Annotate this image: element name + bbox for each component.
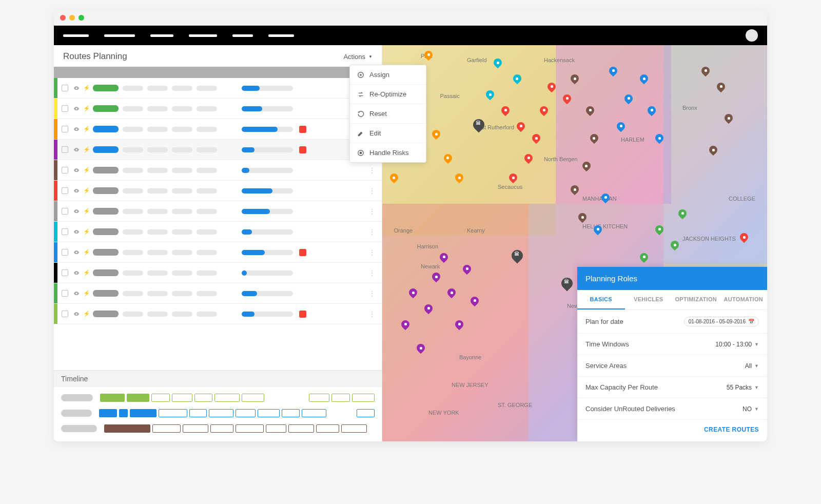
timeline-block[interactable]	[119, 409, 128, 417]
timeline-block[interactable]	[316, 424, 339, 433]
map-pin[interactable]	[740, 233, 748, 243]
nav-item[interactable]	[150, 34, 173, 37]
route-checkbox[interactable]	[62, 105, 68, 112]
timeline-block[interactable]	[236, 424, 264, 433]
timeline-block[interactable]	[258, 409, 280, 417]
map-pin[interactable]	[590, 134, 598, 144]
route-row[interactable]: ⚡ ⋮	[54, 201, 382, 222]
timeline-block[interactable]	[130, 409, 157, 417]
field-value[interactable]: 01-08-2016 - 05-09-2016 📅	[684, 317, 759, 326]
map-pin[interactable]	[424, 51, 433, 61]
visibility-icon[interactable]	[72, 189, 81, 193]
flash-icon[interactable]: ⚡	[83, 290, 91, 297]
map-pin[interactable]	[648, 106, 656, 117]
nav-item[interactable]	[63, 34, 89, 37]
flash-icon[interactable]: ⚡	[83, 269, 91, 276]
timeline-block[interactable]	[183, 424, 208, 433]
route-row[interactable]: ⚡ ⋮	[54, 304, 382, 324]
row-menu-icon[interactable]: ⋮	[368, 228, 376, 236]
route-checkbox[interactable]	[62, 228, 68, 235]
row-menu-icon[interactable]: ⋮	[368, 248, 376, 257]
map-pin[interactable]	[601, 193, 610, 204]
map-pin[interactable]	[717, 83, 725, 93]
map-pin[interactable]	[471, 297, 479, 307]
timeline-block[interactable]	[282, 409, 300, 417]
map-pin[interactable]	[447, 288, 456, 299]
route-checkbox[interactable]	[62, 187, 68, 194]
action-assign[interactable]: Assign	[350, 65, 426, 85]
map-pin[interactable]	[455, 173, 463, 184]
route-checkbox[interactable]	[62, 311, 68, 317]
map-pin[interactable]	[494, 59, 502, 69]
map-pin[interactable]	[432, 130, 440, 140]
timeline-block[interactable]	[266, 424, 286, 433]
map-pin[interactable]	[417, 344, 425, 354]
timeline-block[interactable]	[210, 424, 233, 433]
map-pin[interactable]	[455, 320, 463, 331]
visibility-icon[interactable]	[72, 209, 81, 214]
map-pin[interactable]	[463, 265, 471, 275]
nav-item[interactable]	[232, 34, 253, 37]
map-pin[interactable]	[532, 134, 540, 144]
map-pin[interactable]	[444, 154, 452, 164]
route-row[interactable]: ⚡ ⋮	[54, 119, 382, 140]
timeline-block[interactable]	[357, 409, 375, 417]
timeline-block[interactable]	[209, 409, 233, 417]
tab-vehicles[interactable]: VEHICLES	[625, 290, 673, 309]
avatar[interactable]	[746, 29, 758, 42]
flash-icon[interactable]: ⚡	[83, 126, 91, 132]
visibility-icon[interactable]	[72, 127, 81, 131]
map-pin[interactable]	[513, 74, 521, 85]
field-value[interactable]: 10:00 - 13:00 ▼	[715, 341, 759, 348]
map-pin[interactable]	[578, 213, 587, 223]
map-pin[interactable]	[609, 67, 617, 77]
visibility-icon[interactable]	[72, 86, 81, 90]
timeline-block[interactable]	[214, 394, 240, 402]
window-minimize-icon[interactable]	[69, 15, 75, 21]
route-checkbox[interactable]	[62, 208, 68, 215]
visibility-icon[interactable]	[72, 250, 81, 255]
window-close-icon[interactable]	[60, 15, 66, 21]
map-pin[interactable]	[517, 122, 525, 132]
map-pin[interactable]	[563, 94, 571, 105]
tab-basics[interactable]: BASICS	[577, 290, 625, 309]
map-pin[interactable]	[586, 106, 594, 117]
timeline-block[interactable]	[341, 424, 367, 433]
map-pin[interactable]	[701, 67, 710, 77]
field-value[interactable]: 55 Packs ▼	[727, 384, 759, 391]
nav-item[interactable]	[104, 34, 135, 37]
map-pin[interactable]	[486, 90, 494, 101]
timeline-block[interactable]	[99, 409, 116, 417]
timeline-block[interactable]	[194, 394, 212, 402]
row-menu-icon[interactable]: ⋮	[368, 269, 376, 277]
map-pin[interactable]	[617, 122, 625, 132]
map-pin[interactable]	[548, 83, 556, 93]
flash-icon[interactable]: ⚡	[83, 208, 91, 215]
timeline-block[interactable]	[288, 424, 314, 433]
timeline-block[interactable]	[242, 394, 264, 402]
timeline-block[interactable]	[352, 394, 375, 402]
map-pin[interactable]	[401, 320, 409, 331]
map-pin[interactable]	[440, 253, 448, 263]
action-edit[interactable]: Edit	[350, 124, 426, 143]
depot-pin[interactable]	[512, 250, 523, 263]
map-pin[interactable]	[501, 106, 510, 117]
map-pin[interactable]	[640, 74, 648, 85]
map-pin[interactable]	[571, 74, 579, 85]
route-checkbox[interactable]	[62, 85, 68, 91]
visibility-icon[interactable]	[72, 168, 81, 172]
route-checkbox[interactable]	[62, 269, 68, 276]
nav-item[interactable]	[268, 34, 294, 37]
timeline-block[interactable]	[302, 409, 326, 417]
route-checkbox[interactable]	[62, 249, 68, 256]
flash-icon[interactable]: ⚡	[83, 167, 91, 173]
visibility-icon[interactable]	[72, 292, 81, 296]
map-pin[interactable]	[624, 94, 633, 105]
map-pin[interactable]	[640, 253, 648, 263]
timeline-block[interactable]	[152, 424, 181, 433]
flash-icon[interactable]: ⚡	[83, 311, 91, 317]
timeline-block[interactable]	[159, 409, 187, 417]
timeline-block[interactable]	[331, 394, 349, 402]
flash-icon[interactable]: ⚡	[83, 85, 91, 91]
visibility-icon[interactable]	[72, 312, 81, 316]
